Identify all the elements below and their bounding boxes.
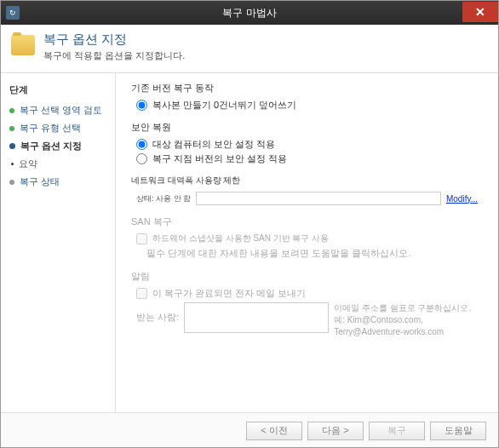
radio-target-security[interactable]: 대상 컴퓨터의 보안 설정 적용 <box>131 137 483 152</box>
section-existing-version: 기존 버전 복구 동작 복사본 만들기 0건너뛰기 덮어쓰기 <box>131 82 483 112</box>
checkbox-san: 하드웨어 스냅샷을 사용한 SAN 기반 복구 사용 <box>131 232 483 245</box>
main-panel: 기존 버전 복구 동작 복사본 만들기 0건너뛰기 덮어쓰기 보안 복원 대상 … <box>116 73 498 412</box>
sidebar-item-options[interactable]: 복구 옵션 지정 <box>1 137 115 155</box>
bullet-icon <box>9 108 14 113</box>
radio-copy[interactable]: 복사본 만들기 0건너뛰기 덮어쓰기 <box>131 98 483 112</box>
section-network: 네트워크 대역폭 사용량 제한 상태: 사용 안 함 Modify... <box>131 175 483 207</box>
cancel-button[interactable]: 도움말 <box>430 422 486 440</box>
steps-sidebar: 단계 복구 선택 영역 검토 복구 유형 선택 복구 옵션 지정 요약 복구 상… <box>1 73 116 412</box>
sidebar-item-label: 복구 유형 선택 <box>20 122 81 135</box>
sidebar-item-label: 복구 옵션 지정 <box>20 140 82 152</box>
close-button[interactable]: ✕ <box>462 2 498 22</box>
app-icon: ↻ <box>6 6 20 20</box>
sidebar-item-label: 요약 <box>19 158 37 170</box>
bullet-icon <box>9 126 14 131</box>
page-subtitle: 복구에 적용할 옵션을 지정합니다. <box>43 49 185 62</box>
folder-icon <box>11 35 35 55</box>
checkbox-label: 하드웨어 스냅샷을 사용한 SAN 기반 복구 사용 <box>152 233 329 244</box>
recover-button: 복구 <box>369 422 425 440</box>
page-title: 복구 옵션 지정 <box>43 32 185 48</box>
back-button[interactable]: < 이전 <box>246 422 302 440</box>
bullet-icon <box>9 180 14 185</box>
radio-label: 복구 지점 버전의 보안 설정 적용 <box>152 152 287 165</box>
sidebar-item-label: 복구 상태 <box>20 175 60 188</box>
sidebar-item-review[interactable]: 복구 선택 영역 검토 <box>1 101 115 119</box>
wizard-footer: < 이전 다음 > 복구 도움말 <box>1 412 498 448</box>
next-button[interactable]: 다음 > <box>307 422 364 440</box>
content-area: 단계 복구 선택 영역 검토 복구 유형 선택 복구 옵션 지정 요약 복구 상… <box>1 73 498 412</box>
section-notify: 알림 이 복구가 완료되면 전자 메일 보내기 받는 사람: 이메일 주소를 쉼… <box>131 270 483 340</box>
wizard-header: 복구 옵션 지정 복구에 적용할 옵션을 지정합니다. <box>1 25 498 73</box>
section-san: SAN 복구 하드웨어 스냅샷을 사용한 SAN 기반 복구 사용 필수 단계에… <box>131 215 483 261</box>
sidebar-item-label: 복구 선택 영역 검토 <box>20 104 102 117</box>
recipient-input <box>184 302 329 333</box>
section-security: 보안 복원 대상 컴퓨터의 보안 설정 적용 복구 지점 버전의 보안 설정 적… <box>131 121 483 166</box>
sidebar-item-status: 복구 상태 <box>1 173 115 191</box>
checkbox-notify: 이 복구가 완료되면 전자 메일 보내기 <box>131 286 483 301</box>
bullet-icon <box>11 163 14 165</box>
network-status-input[interactable] <box>196 192 441 205</box>
section-title: 보안 복원 <box>131 121 483 134</box>
checkbox-label: 이 복구가 완료되면 전자 메일 보내기 <box>152 287 306 300</box>
sidebar-item-type[interactable]: 복구 유형 선택 <box>1 119 115 137</box>
close-icon: ✕ <box>475 5 485 19</box>
sidebar-item-summary: 요약 <box>1 155 115 173</box>
radio-point-security[interactable]: 복구 지점 버전의 보안 설정 적용 <box>131 152 483 166</box>
titlebar: ↻ 복구 마법사 ✕ <box>1 1 498 25</box>
modify-link[interactable]: Modify... <box>446 194 478 204</box>
network-status-label: 상태: 사용 안 함 <box>136 193 191 204</box>
radio-input[interactable] <box>136 139 147 150</box>
hint-text: 이메일 주소를 쉼표로 구분하십시오. 예: Kim@Contoso.com, … <box>334 302 478 338</box>
checkbox-input <box>136 288 147 299</box>
section-title: 알림 <box>131 270 483 283</box>
bullet-icon <box>9 143 15 149</box>
radio-label: 대상 컴퓨터의 보안 설정 적용 <box>152 138 275 151</box>
section-title: SAN 복구 <box>131 215 483 228</box>
section-title: 기존 버전 복구 동작 <box>131 82 483 95</box>
recipient-label: 받는 사람: <box>136 302 179 324</box>
radio-input[interactable] <box>136 100 147 111</box>
sidebar-heading: 단계 <box>1 80 115 101</box>
window-title: 복구 마법사 <box>222 6 276 20</box>
section-title: 네트워크 대역폭 사용량 제한 <box>131 175 483 187</box>
checkbox-input <box>136 233 147 244</box>
san-help-text: 필수 단계에 대한 자세한 내용을 보려면 도움말을 클릭하십시오. <box>131 245 483 261</box>
radio-label: 복사본 만들기 0건너뛰기 덮어쓰기 <box>152 99 296 112</box>
radio-input[interactable] <box>136 153 147 164</box>
